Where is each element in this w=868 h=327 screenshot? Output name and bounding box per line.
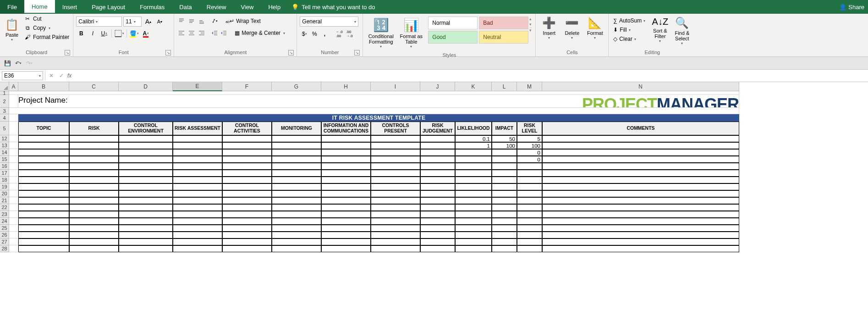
data-cell[interactable] <box>420 232 455 238</box>
data-cell[interactable] <box>492 177 517 183</box>
data-cell[interactable] <box>173 225 222 232</box>
clear-button[interactable]: ◇ Clear▾ <box>611 35 649 43</box>
cell[interactable] <box>9 170 18 177</box>
row-header-2[interactable]: 2 <box>0 95 9 108</box>
data-cell[interactable] <box>371 142 420 149</box>
style-bad[interactable]: Bad <box>479 17 528 29</box>
data-cell[interactable]: 1 <box>455 142 492 149</box>
format-as-table-button[interactable]: 📊 Format as Table ▾ <box>396 17 426 50</box>
data-cell[interactable] <box>321 232 371 238</box>
data-cell[interactable] <box>371 170 420 177</box>
data-cell[interactable] <box>272 197 321 204</box>
data-cell[interactable] <box>69 142 119 149</box>
find-select-button[interactable]: 🔍 Find & Select▾ <box>671 17 693 45</box>
table-header[interactable]: CONTROLS PRESENT <box>371 122 420 135</box>
data-cell[interactable] <box>542 225 739 232</box>
data-cell[interactable] <box>69 211 119 218</box>
data-cell[interactable] <box>542 211 739 218</box>
row-header-21[interactable]: 21 <box>0 197 9 204</box>
row-header-5[interactable]: 5 <box>0 122 9 135</box>
data-cell[interactable] <box>173 156 222 163</box>
share-button[interactable]: 👤 Share <box>839 4 868 11</box>
data-cell[interactable] <box>517 245 542 252</box>
data-cell[interactable] <box>321 238 371 245</box>
data-cell[interactable] <box>321 177 371 183</box>
increase-font-icon[interactable]: A▴ <box>143 17 153 27</box>
data-cell[interactable] <box>173 218 222 225</box>
dialog-launcher-icon[interactable]: ↘ <box>165 50 171 55</box>
column-header-I[interactable]: I <box>371 82 420 91</box>
data-cell[interactable] <box>321 245 371 252</box>
data-cell[interactable] <box>119 238 173 245</box>
style-good[interactable]: Good <box>428 31 478 44</box>
data-cell[interactable] <box>272 225 321 232</box>
row-header-16[interactable]: 16 <box>0 163 9 170</box>
autosum-button[interactable]: ∑ AutoSum▾ <box>611 17 649 25</box>
data-cell[interactable] <box>455 211 492 218</box>
row-header-22[interactable]: 22 <box>0 204 9 211</box>
table-header[interactable]: TOPIC <box>18 122 69 135</box>
cell[interactable] <box>9 197 18 204</box>
insert-tab[interactable]: Insert <box>55 0 85 14</box>
data-cell[interactable] <box>69 149 119 156</box>
data-cell[interactable] <box>119 163 173 170</box>
data-cell[interactable]: 0 <box>517 149 542 156</box>
review-tab[interactable]: Review <box>199 0 234 14</box>
data-cell[interactable] <box>173 238 222 245</box>
insert-cells-button[interactable]: ➕ Insert▾ <box>538 17 560 40</box>
data-cell[interactable] <box>119 142 173 149</box>
data-cell[interactable] <box>69 163 119 170</box>
data-cell[interactable] <box>420 135 455 142</box>
row-header-23[interactable]: 23 <box>0 211 9 218</box>
data-cell[interactable] <box>69 156 119 163</box>
data-cell[interactable] <box>455 170 492 177</box>
row-header-13[interactable]: 13 <box>0 142 9 149</box>
data-cell[interactable] <box>18 211 69 218</box>
gallery-up-icon[interactable]: ▴ <box>529 17 532 21</box>
data-cell[interactable] <box>517 232 542 238</box>
cell[interactable] <box>9 114 18 122</box>
data-cell[interactable] <box>173 197 222 204</box>
table-header[interactable]: COMMENTS <box>542 122 739 135</box>
column-header-E[interactable]: E <box>173 82 222 91</box>
data-cell[interactable] <box>119 218 173 225</box>
data-cell[interactable] <box>18 170 69 177</box>
data-cell[interactable] <box>69 190 119 197</box>
data-cell[interactable] <box>321 211 371 218</box>
data-cell[interactable] <box>420 238 455 245</box>
data-cell[interactable] <box>119 170 173 177</box>
data-cell[interactable] <box>492 190 517 197</box>
borders-button[interactable]: ▾ <box>114 28 124 39</box>
data-cell[interactable] <box>517 163 542 170</box>
data-cell[interactable] <box>371 197 420 204</box>
data-cell[interactable] <box>119 135 173 142</box>
file-tab[interactable]: File <box>0 0 24 14</box>
data-cell[interactable] <box>542 197 739 204</box>
data-cell[interactable] <box>18 218 69 225</box>
increase-decimal-icon[interactable]: ←.0.00 <box>335 29 344 39</box>
data-cell[interactable] <box>492 170 517 177</box>
data-cell[interactable] <box>272 170 321 177</box>
data-cell[interactable] <box>18 204 69 211</box>
column-header-A[interactable]: A <box>9 82 18 91</box>
font-color-button[interactable]: A▾ <box>141 28 151 39</box>
cell[interactable] <box>9 190 18 197</box>
row-header-1[interactable]: 1 <box>0 91 9 95</box>
data-cell[interactable] <box>119 183 173 190</box>
column-header-C[interactable]: C <box>69 82 119 91</box>
data-cell[interactable] <box>18 197 69 204</box>
data-cell[interactable] <box>542 232 739 238</box>
merge-center-button[interactable]: ▦ Merge & Center ▾ <box>233 29 287 37</box>
cell[interactable] <box>9 108 739 114</box>
gallery-more-icon[interactable]: ▾ <box>529 28 532 33</box>
data-cell[interactable]: 100 <box>517 142 542 149</box>
table-header[interactable]: RISK <box>69 122 119 135</box>
title-band[interactable]: IT RISK ASSESSMENT TEMPLATE <box>18 114 739 122</box>
data-cell[interactable] <box>371 232 420 238</box>
align-bottom-icon[interactable] <box>197 17 206 26</box>
data-cell[interactable] <box>455 190 492 197</box>
data-cell[interactable] <box>119 156 173 163</box>
data-cell[interactable] <box>542 177 739 183</box>
save-button[interactable]: 💾 <box>3 59 12 68</box>
data-cell[interactable] <box>119 190 173 197</box>
